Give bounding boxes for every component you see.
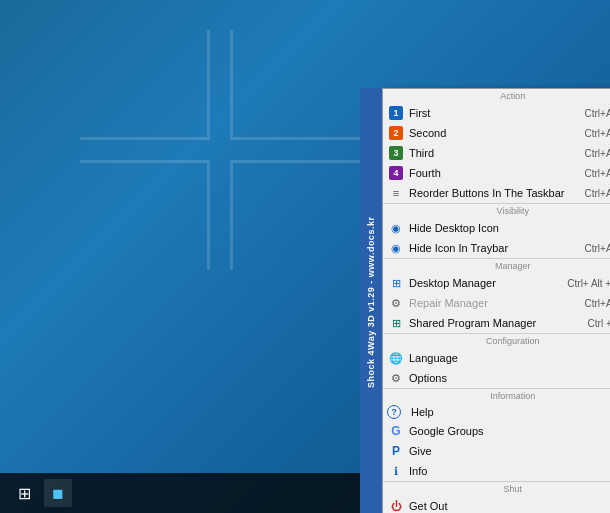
menu-item-shared-manager[interactable]: ⊞ Shared Program Manager Ctrl + Alt-9	[383, 313, 610, 333]
menu-item-second[interactable]: 2 Second Ctrl+Alt + 2	[383, 123, 610, 143]
menu-icon-google-groups: G	[387, 423, 405, 439]
section-header-action: Action	[383, 89, 610, 103]
menu-shortcut-repair-manager: Ctrl+Alt + 8	[585, 298, 610, 309]
menu-item-hide-tray[interactable]: ◉ Hide Icon In Traybar Ctrl+Alt + 6	[383, 238, 610, 258]
menu-item-reorder[interactable]: ≡ Reorder Buttons In The Taskbar Ctrl+Al…	[383, 183, 610, 203]
menu-icon-fourth: 4	[387, 165, 405, 181]
taskbar-left: ⊞ ◼	[8, 477, 72, 509]
desktop: Shock 4Way 3D v1.29 - www.docs.kr Action…	[0, 0, 610, 513]
menu-shortcut-reorder: Ctrl+Alt + 5	[585, 188, 610, 199]
section-header-visibility: Visibility	[383, 203, 610, 218]
windows-logo-watermark	[80, 30, 360, 270]
menu-label-reorder: Reorder Buttons In The Taskbar	[409, 187, 565, 199]
menu-label-help: Help	[411, 406, 610, 418]
menu-label-info: Info	[409, 465, 610, 477]
menu-shortcut-hide-tray: Ctrl+Alt + 6	[585, 243, 610, 254]
menu-icon-language: 🌐	[387, 350, 405, 366]
menu-icon-hide-desktop: ◉	[387, 220, 405, 236]
menu-label-get-out: Get Out	[409, 500, 610, 512]
menu-item-desktop-manager[interactable]: ⊞ Desktop Manager Ctrl+ Alt + 7 ▶	[383, 273, 610, 293]
menu-label-google-groups: Google Groups	[409, 425, 610, 437]
menu-label-options: Options	[409, 372, 610, 384]
menu-icon-shared-manager: ⊞	[387, 315, 405, 331]
menu-label-hide-desktop: Hide Desktop Icon	[409, 222, 610, 234]
menu-item-repair-manager[interactable]: ⚙ Repair Manager Ctrl+Alt + 8	[383, 293, 610, 313]
menu-label-give: Give	[409, 445, 610, 457]
menu-item-get-out[interactable]: ⏻ Get Out	[383, 496, 610, 513]
start-icon: ⊞	[18, 484, 31, 503]
section-header-configuration: Configuration	[383, 333, 610, 348]
menu-item-fourth[interactable]: 4 Fourth Ctrl+Alt + 4	[383, 163, 610, 183]
context-menu: Action 1 First Ctrl+Alt + 1 2 Second Ctr…	[382, 88, 610, 513]
menu-icon-repair-manager: ⚙	[387, 295, 405, 311]
menu-label-language: Language	[409, 352, 610, 364]
menu-item-hide-desktop[interactable]: ◉ Hide Desktop Icon ▶	[383, 218, 610, 238]
section-header-shut: Shut	[383, 481, 610, 496]
context-menu-wrapper: Shock 4Way 3D v1.29 - www.docs.kr Action…	[360, 88, 610, 513]
menu-icon-options: ⚙	[387, 370, 405, 386]
app-icon: ◼	[52, 485, 64, 501]
menu-label-third: Third	[409, 147, 565, 159]
menu-label-desktop-manager: Desktop Manager	[409, 277, 547, 289]
menu-shortcut-third: Ctrl+Alt + 3	[585, 148, 610, 159]
menu-item-info[interactable]: ℹ Info ▶	[383, 461, 610, 481]
menu-icon-desktop-manager: ⊞	[387, 275, 405, 291]
menu-label-second: Second	[409, 127, 565, 139]
start-button[interactable]: ⊞	[8, 477, 40, 509]
menu-shortcut-desktop-manager: Ctrl+ Alt + 7	[567, 278, 610, 289]
menu-shortcut-second: Ctrl+Alt + 2	[585, 128, 610, 139]
section-header-information: Information	[383, 388, 610, 403]
menu-shortcut-shared-manager: Ctrl + Alt-9	[588, 318, 610, 329]
menu-item-language[interactable]: 🌐 Language ▶	[383, 348, 610, 368]
menu-item-options[interactable]: ⚙ Options	[383, 368, 610, 388]
menu-shortcut-fourth: Ctrl+Alt + 4	[585, 168, 610, 179]
menu-icon-info: ℹ	[387, 463, 405, 479]
menu-item-google-groups[interactable]: G Google Groups	[383, 421, 610, 441]
section-header-manager: Manager	[383, 258, 610, 273]
menu-item-give[interactable]: P Give	[383, 441, 610, 461]
menu-icon-help: ?	[387, 405, 401, 419]
side-label: Shock 4Way 3D v1.29 - www.docs.kr	[360, 88, 382, 513]
menu-label-hide-tray: Hide Icon In Traybar	[409, 242, 565, 254]
menu-icon-second: 2	[387, 125, 405, 141]
menu-icon-hide-tray: ◉	[387, 240, 405, 256]
menu-label-repair-manager: Repair Manager	[409, 297, 565, 309]
menu-label-shared-manager: Shared Program Manager	[409, 317, 568, 329]
menu-icon-give: P	[387, 443, 405, 459]
menu-item-third[interactable]: 3 Third Ctrl+Alt + 3	[383, 143, 610, 163]
menu-item-help[interactable]: ? Help ▶	[383, 403, 610, 421]
menu-icon-get-out: ⏻	[387, 498, 405, 513]
menu-icon-third: 3	[387, 145, 405, 161]
menu-label-first: First	[409, 107, 565, 119]
taskbar-app-icon[interactable]: ◼	[44, 479, 72, 507]
menu-label-fourth: Fourth	[409, 167, 565, 179]
menu-shortcut-first: Ctrl+Alt + 1	[585, 108, 610, 119]
menu-item-first[interactable]: 1 First Ctrl+Alt + 1	[383, 103, 610, 123]
menu-icon-reorder: ≡	[387, 185, 405, 201]
menu-icon-first: 1	[387, 105, 405, 121]
